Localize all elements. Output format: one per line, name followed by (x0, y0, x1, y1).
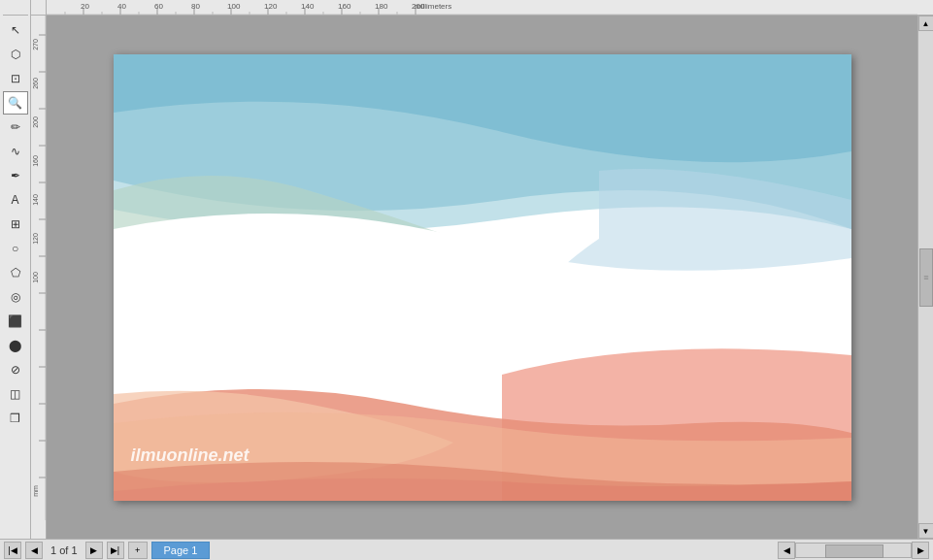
tool-paint-bucket[interactable]: ⬤ (3, 334, 28, 357)
h-scrollbar[interactable]: ◀ ▶ (778, 542, 929, 559)
add-page-btn[interactable]: + (128, 542, 148, 559)
tool-text[interactable]: A (3, 188, 28, 212)
scroll-thumb-h[interactable] (825, 544, 883, 558)
scroll-up-btn[interactable]: ▲ (918, 16, 934, 31)
tool-fill[interactable]: ◫ (3, 382, 28, 406)
h-ruler: 20 40 60 80 100 120 140 (47, 0, 917, 16)
tool-table[interactable]: ⊞ (3, 213, 28, 236)
tool-bezier[interactable]: ∿ (3, 140, 28, 163)
canvas-area[interactable]: ilmuonline.net (47, 16, 917, 539)
app-container: ↖ ⬡ ⊡ 🔍 ✏ ∿ ✒ A ⊞ ○ ⬠ ◎ ⬛ ⬤ ⊘ ◫ ❒ (0, 0, 933, 560)
svg-text:millimeters: millimeters (415, 2, 451, 11)
right-corner (917, 0, 933, 16)
svg-text:120: 120 (264, 2, 278, 11)
v-ruler: 270 260 200 160 140 120 100 mm (31, 16, 47, 539)
page-tab[interactable]: Page 1 (151, 542, 211, 559)
svg-text:80: 80 (191, 2, 200, 11)
h-ruler-svg: 20 40 60 80 100 120 140 (47, 0, 917, 16)
tool-eyedropper[interactable]: ⊘ (3, 358, 28, 381)
tool-freehand[interactable]: ✏ (3, 115, 28, 139)
right-scrollbar[interactable]: ▲ ≡ ▼ (917, 16, 933, 539)
svg-text:140: 140 (301, 2, 315, 11)
waves-artwork (114, 54, 851, 501)
svg-text:60: 60 (154, 2, 163, 11)
tool-pen[interactable]: ✒ (3, 164, 28, 187)
nav-next-btn[interactable]: ▶ (85, 542, 103, 559)
nav-first-btn[interactable]: |◀ (4, 542, 21, 559)
tool-smart-fill[interactable]: ⬛ (3, 310, 28, 333)
scroll-track-v[interactable]: ≡ (918, 31, 933, 523)
tool-node[interactable]: ⬡ (3, 43, 28, 66)
svg-text:260: 260 (32, 78, 39, 89)
nav-last-btn[interactable]: ▶| (107, 542, 124, 559)
tool-shadow[interactable]: ❒ (3, 407, 28, 430)
scroll-down-btn[interactable]: ▼ (918, 523, 934, 539)
tool-ellipse[interactable]: ○ (3, 237, 28, 260)
svg-text:mm: mm (32, 485, 39, 497)
ruler-row-top: 20 40 60 80 100 120 140 (31, 0, 933, 16)
top-section: ↖ ⬡ ⊡ 🔍 ✏ ∿ ✒ A ⊞ ○ ⬠ ◎ ⬛ ⬤ ⊘ ◫ ❒ (0, 0, 933, 539)
canvas-row: 270 260 200 160 140 120 100 mm (31, 16, 933, 539)
v-ruler-svg: 270 260 200 160 140 120 100 mm (31, 16, 47, 520)
svg-text:40: 40 (117, 2, 126, 11)
svg-text:160: 160 (32, 155, 39, 167)
svg-text:120: 120 (32, 233, 39, 245)
scroll-track-h[interactable] (795, 543, 912, 558)
tool-crop[interactable]: ⊡ (3, 67, 28, 90)
corner-box (31, 0, 47, 16)
scroll-grip-v: ≡ (923, 273, 928, 282)
nav-prev-btn[interactable]: ◀ (25, 542, 43, 559)
page-count: 1 of 1 (47, 544, 82, 556)
tool-zoom[interactable]: 🔍 (3, 91, 28, 115)
tool-pointer[interactable]: ↖ (3, 18, 28, 42)
page: ilmuonline.net (114, 54, 851, 501)
scroll-thumb-v[interactable]: ≡ (919, 248, 933, 307)
scroll-left-btn[interactable]: ◀ (778, 542, 795, 559)
svg-text:270: 270 (32, 39, 39, 50)
svg-text:20: 20 (81, 2, 89, 11)
svg-text:200: 200 (32, 116, 39, 128)
svg-text:160: 160 (338, 2, 351, 11)
ruler-corner (3, 2, 28, 16)
status-bar: |◀ ◀ 1 of 1 ▶ ▶| + Page 1 ◀ ▶ (0, 539, 933, 560)
tool-polygon[interactable]: ⬠ (3, 261, 28, 284)
tool-spiral[interactable]: ◎ (3, 285, 28, 309)
scroll-right-btn[interactable]: ▶ (912, 542, 929, 559)
svg-text:100: 100 (32, 272, 39, 283)
svg-text:180: 180 (375, 2, 388, 11)
svg-text:140: 140 (32, 194, 39, 206)
svg-text:100: 100 (227, 2, 241, 11)
main-area: 20 40 60 80 100 120 140 (31, 0, 933, 539)
toolbar: ↖ ⬡ ⊡ 🔍 ✏ ∿ ✒ A ⊞ ○ ⬠ ◎ ⬛ ⬤ ⊘ ◫ ❒ (0, 0, 31, 539)
